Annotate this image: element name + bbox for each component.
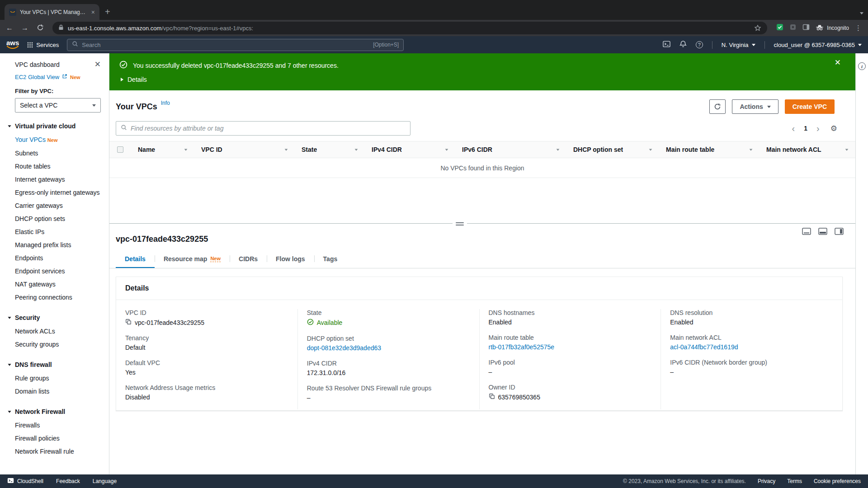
back-icon[interactable]: ← [5,24,14,32]
refresh-button[interactable] [709,99,726,114]
field-main-route-table: Main route table rtb-017fb32af0e52575e [489,334,652,351]
sidebar-item-security-groups[interactable]: Security groups [15,338,101,351]
page-number[interactable]: 1 [804,125,807,132]
forward-icon[interactable]: → [20,24,30,32]
sidebar-title[interactable]: VPC dashboard [15,61,60,68]
extension-green-icon[interactable] [776,23,783,33]
sidebar-item-endpoint-services[interactable]: Endpoint services [15,265,101,278]
resource-search[interactable] [116,121,410,136]
tab-close-icon[interactable]: × [91,9,95,15]
filter-caret-icon [355,149,358,150]
details-card: Details VPC ID vpc-017feade433c29255 [116,277,843,411]
table-settings-gear-icon[interactable]: ⚙ [830,125,837,132]
account-menu[interactable]: cloud_user @ 6357-6985-0365 [774,42,862,48]
side-panel-icon[interactable] [802,23,810,33]
main-network-acl-link[interactable]: acl-0a744fbc77ed1619d [670,343,833,351]
tab-resource-map[interactable]: Resource mapNew [155,249,230,268]
main-route-table-link[interactable]: rtb-017fb32af0e52575e [489,343,652,351]
incognito-icon [816,24,824,32]
column-header-dhcp-option-set[interactable]: DHCP option set [566,141,659,158]
column-header-ipv6-cidr[interactable]: IPv6 CIDR [455,141,566,158]
resource-search-input[interactable] [131,125,406,132]
banner-details-toggle[interactable]: Details [121,76,844,83]
column-header-name[interactable]: Name [131,141,194,158]
sidebar-item-elastic-ips[interactable]: Elastic IPs [15,225,101,239]
browser-tab[interactable]: Your VPCs | VPC Management × [5,4,99,20]
sidebar-item-network-firewall-rule-groups[interactable]: Network Firewall rule [15,445,101,458]
footer-privacy[interactable]: Privacy [758,478,775,484]
sidebar-item-your-vpcs[interactable]: Your VPCs New [15,133,101,147]
aws-search[interactable]: [Option+S] [67,39,404,51]
copy-icon[interactable] [489,393,495,401]
info-link[interactable]: Info [161,100,170,106]
sidebar-item-network-acls[interactable]: Network ACLs [15,325,101,338]
footer-language[interactable]: Language [93,478,117,484]
sidebar-item-ec2-global-view[interactable]: EC2 Global View New [15,74,101,80]
new-tab-button[interactable]: + [105,7,110,16]
column-header-ipv4-cidr[interactable]: IPv4 CIDR [365,141,455,158]
dhcp-option-set-link[interactable]: dopt-081e32de3d9aded63 [307,344,470,352]
vpc-filter-select[interactable]: Select a VPC [15,98,101,113]
sidebar-item-carrier-gateways[interactable]: Carrier gateways [15,199,101,212]
sidebar-item-firewall-policies[interactable]: Firewall policies [15,432,101,445]
url-bar[interactable]: us-east-1.console.aws.amazon.com/vpc/hom… [52,22,767,34]
actions-button[interactable]: Actions [732,99,778,114]
region-selector[interactable]: N. Virginia [722,42,755,48]
help-icon[interactable]: ? [696,41,703,48]
browser-menu-icon[interactable]: ⋮ [855,24,862,32]
services-menu[interactable]: Services [27,42,59,48]
section-header-dns-firewall[interactable]: DNS firewall [8,361,101,368]
notifications-bell-icon[interactable] [679,40,687,50]
banner-close-icon[interactable]: ✕ [835,59,841,66]
next-page-icon[interactable]: › [816,124,820,133]
footer-feedback[interactable]: Feedback [56,478,80,484]
sidebar-item-subnets[interactable]: Subnets [15,147,101,160]
bookmark-star-icon[interactable] [754,24,761,32]
section-header-vpc[interactable]: Virtual private cloud [8,122,101,130]
sidebar-item-rule-groups[interactable]: Rule groups [15,372,101,385]
copy-icon[interactable] [125,319,132,326]
tab-details[interactable]: Details [116,249,155,268]
search-shortcut: [Option+S] [373,42,399,48]
success-banner: You successfully deleted vpc-017feade433… [109,53,855,90]
aws-logo[interactable]: aws [6,40,19,49]
tab-search-icon[interactable] [860,12,863,14]
tab-tags[interactable]: Tags [314,249,347,268]
create-vpc-button[interactable]: Create VPC [785,99,835,114]
tab-cidrs[interactable]: CIDRs [230,249,267,268]
sidebar-item-dhcp-option-sets[interactable]: DHCP option sets [15,212,101,225]
column-header-vpc-id[interactable]: VPC ID [194,141,295,158]
tab-flow-logs[interactable]: Flow logs [267,249,314,268]
section-header-network-firewall[interactable]: Network Firewall [8,408,101,415]
sidebar-item-firewalls[interactable]: Firewalls [15,419,101,432]
info-icon[interactable]: i [858,62,866,70]
sidebar-item-nat-gateways[interactable]: NAT gateways [15,278,101,291]
cloudshell-icon[interactable] [663,41,670,49]
detail-panel: vpc-017feade433c29255 Details Resource m… [109,224,855,474]
footer-cookie-preferences[interactable]: Cookie preferences [814,478,861,484]
panel-position-bottom-icon[interactable] [818,228,827,237]
panel-position-side-icon[interactable] [835,228,844,237]
sidebar-item-endpoints[interactable]: Endpoints [15,252,101,265]
sidebar-item-internet-gateways[interactable]: Internet gateways [15,173,101,186]
reload-icon[interactable] [35,24,45,33]
sidebar-item-domain-lists[interactable]: Domain lists [15,385,101,398]
filter-caret-icon [649,149,652,150]
section-header-security[interactable]: Security [8,314,101,321]
select-all-checkbox[interactable] [117,146,123,153]
sidebar-item-managed-prefix-lists[interactable]: Managed prefix lists [15,239,101,252]
sidebar-item-route-tables[interactable]: Route tables [15,160,101,173]
column-header-state[interactable]: State [295,141,365,158]
sidebar-close-icon[interactable]: ✕ [94,61,101,68]
footer-cloudshell[interactable]: CloudShell [7,478,43,485]
sidebar-item-egress-only-internet-gateways[interactable]: Egress-only internet gateways [15,186,101,199]
sidebar-item-peering-connections[interactable]: Peering connections [15,291,101,304]
prev-page-icon[interactable]: ‹ [792,124,795,133]
ec2-global-view-label: EC2 Global View [15,74,59,80]
aws-search-input[interactable] [82,42,369,48]
footer-terms[interactable]: Terms [787,478,802,484]
column-header-main-route-table[interactable]: Main route table [659,141,760,158]
panel-collapse-icon[interactable] [802,228,811,237]
extension-icon[interactable] [789,23,797,33]
column-header-main-network-acl[interactable]: Main network ACL [760,141,855,158]
